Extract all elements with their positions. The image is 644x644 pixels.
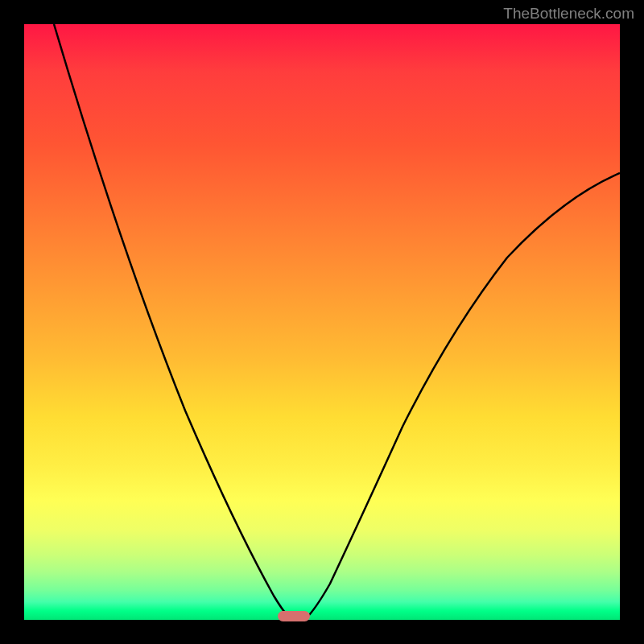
curve-plot bbox=[24, 24, 620, 620]
chart-container bbox=[24, 24, 620, 620]
bottleneck-curve-right bbox=[304, 173, 620, 620]
optimal-marker bbox=[278, 611, 310, 621]
watermark-text: TheBottleneck.com bbox=[503, 5, 634, 23]
gradient-background bbox=[24, 24, 620, 620]
bottleneck-curve-left bbox=[54, 24, 292, 620]
